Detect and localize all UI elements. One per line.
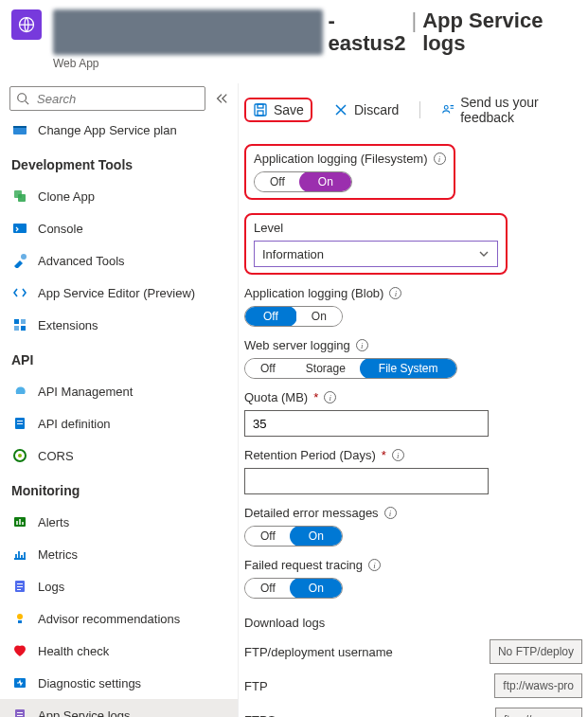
page-title: xxxxx xxxxxxxxxxxxxxxxxxxx-eastus2 | App… [53,9,577,55]
info-icon[interactable]: i [324,391,336,403]
save-label: Save [274,102,304,117]
sidebar-item-label: Extensions [38,318,98,332]
sidebar-item-advanced-tools[interactable]: Advanced Tools [0,244,238,277]
sidebar-item-console[interactable]: Console [0,212,238,244]
discard-label: Discard [354,102,399,117]
svg-rect-14 [17,421,23,421]
toggle-off[interactable]: Off [245,527,291,546]
web-server-logging-label: Web server logging [244,338,350,352]
sidebar-item-api-def[interactable]: API definition [0,407,238,439]
ftps-label: FTPS [244,713,276,717]
download-logs-heading: Download logs [244,616,325,630]
sidebar-item-clone[interactable]: Clone App [0,180,238,212]
sidebar-item-extensions[interactable]: Extensions [0,309,238,341]
advisor-icon [11,610,28,627]
sidebar-group-dev: Development Tools [0,146,238,180]
search-box[interactable] [9,86,205,111]
toggle-storage[interactable]: Storage [291,359,361,378]
feedback-button[interactable]: Send us your feedback [437,93,582,127]
detailed-errors-label: Detailed error messages [244,506,379,520]
title-separator: | [411,9,417,32]
save-icon [253,102,268,117]
toggle-on[interactable]: On [290,578,343,599]
sidebar-collapse-button[interactable] [211,85,232,112]
feedback-icon [441,102,454,117]
ftp-value[interactable]: ftp://waws-pro [494,673,582,698]
toggle-off[interactable]: Off [255,172,300,191]
info-icon[interactable]: i [356,339,368,351]
svg-line-2 [26,101,29,105]
row-ftp-user: FTP/deployment username No FTP/deploy [244,639,582,664]
ftps-value[interactable]: ftps://waws-pr [495,708,582,717]
sidebar-item-alerts[interactable]: Alerts [0,506,238,538]
sidebar-item-advisor[interactable]: Advisor recommendations [0,602,238,635]
sidebar-item-label: CORS [38,449,74,463]
webapp-icon [11,9,42,40]
sidebar-item-health[interactable]: Health check [0,635,238,667]
chevron-double-left-icon [215,92,228,105]
sidebar-item-diagnostic[interactable]: Diagnostic settings [0,667,238,699]
app-logging-blob-label: Application logging (Blob) [244,286,383,300]
sidebar-item-label: Health check [38,644,109,658]
toggle-on[interactable]: On [290,526,343,547]
toggle-on[interactable]: On [296,307,342,326]
command-bar: Save Discard Send us your feedback [239,83,588,144]
toggle-file-system[interactable]: File System [360,358,457,379]
info-icon[interactable]: i [384,507,397,519]
sidebar-item-label: App Service logs [38,708,131,717]
sidebar-item-label: API Management [38,385,133,399]
info-icon[interactable]: i [434,152,446,165]
sidebar-item-change-plan[interactable]: Change App Service plan [0,114,238,146]
toggle-on[interactable]: On [299,171,352,192]
app-logging-fs-label: Application logging (Filesystem) [254,152,428,166]
retention-input[interactable] [244,468,489,494]
sidebar-item-metrics[interactable]: Metrics [0,538,238,570]
search-icon [16,92,29,105]
sidebar-item-label: Logs [38,580,64,594]
diagnostic-icon [11,674,28,691]
level-value: Information [262,247,324,261]
advanced-tools-icon [11,252,28,269]
discard-button[interactable]: Discard [330,100,402,119]
api-def-icon [11,415,28,432]
svg-rect-21 [17,586,23,587]
toggle-web-server-logging[interactable]: Off Storage File System [244,358,457,379]
toggle-app-logging-blob[interactable]: Off On [244,306,343,327]
required-marker: * [382,448,386,462]
toggle-off[interactable]: Off [245,359,291,378]
metrics-icon [11,546,28,563]
close-icon [333,102,348,117]
sidebar-item-api-mgmt[interactable]: API Management [0,375,238,407]
blade-name: App Service logs [422,9,577,55]
sidebar-item-label: Metrics [38,547,78,562]
svg-rect-22 [17,589,21,590]
svg-point-23 [17,614,23,619]
toggle-off[interactable]: Off [244,306,297,327]
sidebar-item-label: Clone App [38,189,95,204]
svg-rect-28 [17,715,23,716]
info-icon[interactable]: i [392,449,404,461]
level-select[interactable]: Information [254,241,498,267]
ftp-user-value[interactable]: No FTP/deploy [490,639,582,664]
search-input[interactable] [35,91,199,107]
info-icon[interactable]: i [389,287,401,299]
svg-rect-4 [13,126,27,128]
quota-input[interactable] [244,410,489,437]
row-ftp: FTP ftp://waws-pro [244,673,582,698]
toggle-failed-request[interactable]: Off On [244,578,343,599]
info-icon[interactable]: i [368,559,381,571]
sidebar-item-cors[interactable]: CORS [0,439,238,472]
logs-icon [11,578,28,595]
svg-rect-12 [21,326,26,331]
sidebar-scroll[interactable]: Change App Service plan Development Tool… [0,114,238,717]
sidebar-item-app-service-logs[interactable]: App Service logs [0,699,238,717]
save-button[interactable]: Save [249,100,308,119]
toggle-off[interactable]: Off [245,579,291,598]
required-marker: * [313,390,318,404]
sidebar-item-logs[interactable]: Logs [0,570,238,602]
toggle-app-logging-fs[interactable]: Off On [254,171,352,192]
toggle-detailed-errors[interactable]: Off On [244,526,343,547]
sidebar-item-editor[interactable]: App Service Editor (Preview) [0,277,238,309]
svg-point-8 [21,254,27,260]
highlight-level: Level Information [244,213,508,275]
